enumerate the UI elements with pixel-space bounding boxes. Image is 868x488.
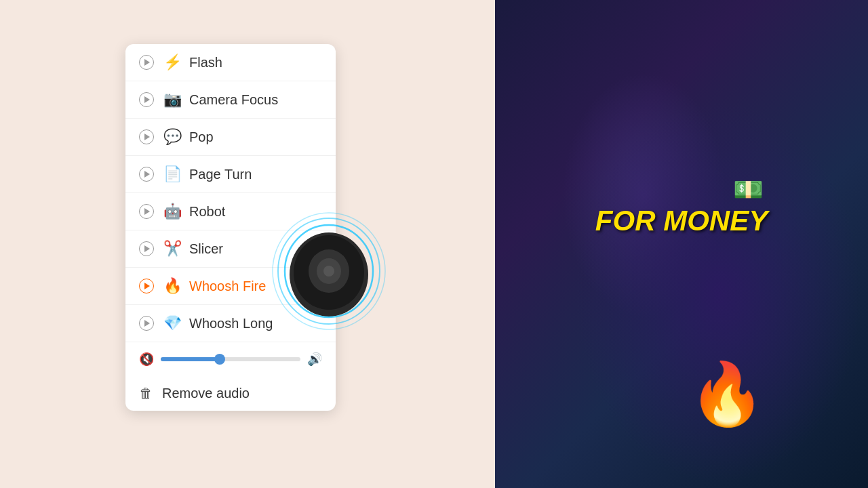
item-emoji-pop: 💬 xyxy=(163,128,180,146)
video-background: 💵 FOR MONEY 🔥 xyxy=(495,0,868,488)
item-label-page-turn: Page Turn xyxy=(189,167,252,182)
money-bag-icon: 💵 xyxy=(733,176,764,204)
volume-mute-icon: 🔇 xyxy=(139,352,154,367)
menu-item-whoosh-fire[interactable]: 🔥Whoosh Fire xyxy=(125,268,336,305)
item-label-flash: Flash xyxy=(189,55,222,70)
item-label-whoosh-fire: Whoosh Fire xyxy=(189,279,266,294)
play-button-camera-focus[interactable] xyxy=(139,92,154,107)
play-icon-slicer xyxy=(144,245,150,252)
item-emoji-slicer: ✂️ xyxy=(163,240,180,258)
play-button-pop[interactable] xyxy=(139,129,154,144)
item-emoji-page-turn: 📄 xyxy=(163,165,180,183)
person-silhouette xyxy=(495,0,868,488)
right-panel: 💵 FOR MONEY 🔥 xyxy=(495,0,868,488)
volume-thumb[interactable] xyxy=(214,354,225,365)
item-emoji-whoosh-long: 💎 xyxy=(163,314,180,332)
menu-item-camera-focus[interactable]: 📷Camera Focus xyxy=(125,81,336,119)
for-money-text: FOR MONEY xyxy=(595,205,768,237)
volume-slider[interactable] xyxy=(161,357,300,361)
menu-item-slicer[interactable]: ✂️Slicer xyxy=(125,230,336,268)
play-button-robot[interactable] xyxy=(139,204,154,219)
play-icon-whoosh-long xyxy=(144,320,150,327)
menu-item-robot[interactable]: 🤖Robot xyxy=(125,193,336,230)
item-emoji-robot: 🤖 xyxy=(163,203,180,220)
remove-audio-label: Remove audio xyxy=(162,386,250,401)
play-button-flash[interactable] xyxy=(139,55,154,70)
volume-high-icon: 🔊 xyxy=(307,352,322,367)
item-emoji-flash: ⚡ xyxy=(163,54,180,71)
menu-item-flash[interactable]: ⚡Flash xyxy=(125,44,336,81)
play-button-slicer[interactable] xyxy=(139,241,154,256)
item-label-robot: Robot xyxy=(189,204,225,220)
item-emoji-whoosh-fire: 🔥 xyxy=(163,277,180,295)
menu-item-page-turn[interactable]: 📄Page Turn xyxy=(125,156,336,193)
play-button-whoosh-fire[interactable] xyxy=(139,279,154,293)
item-emoji-camera-focus: 📷 xyxy=(163,91,180,108)
menu-item-whoosh-long[interactable]: 💎Whoosh Long xyxy=(125,305,336,342)
menu-panel: ⚡Flash📷Camera Focus💬Pop📄Page Turn🤖Robot✂… xyxy=(125,44,336,411)
play-icon-camera-focus xyxy=(144,96,150,103)
play-icon-whoosh-fire xyxy=(144,283,150,289)
item-label-camera-focus: Camera Focus xyxy=(189,92,278,108)
play-icon-flash xyxy=(144,59,150,66)
item-label-slicer: Slicer xyxy=(189,241,223,257)
remove-audio-row[interactable]: 🗑 Remove audio xyxy=(125,376,336,411)
play-icon-robot xyxy=(144,208,150,215)
fire-emoji: 🔥 xyxy=(689,359,765,430)
play-icon-pop xyxy=(144,134,150,140)
item-label-pop: Pop xyxy=(189,129,214,145)
volume-fill xyxy=(161,357,220,361)
play-button-whoosh-long[interactable] xyxy=(139,316,154,331)
left-panel: ⚡Flash📷Camera Focus💬Pop📄Page Turn🤖Robot✂… xyxy=(0,0,495,488)
volume-row: 🔇 🔊 xyxy=(125,342,336,376)
menu-item-pop[interactable]: 💬Pop xyxy=(125,119,336,156)
play-button-page-turn[interactable] xyxy=(139,167,154,182)
item-label-whoosh-long: Whoosh Long xyxy=(189,316,273,331)
play-icon-page-turn xyxy=(144,171,150,178)
trash-icon: 🗑 xyxy=(139,386,153,401)
